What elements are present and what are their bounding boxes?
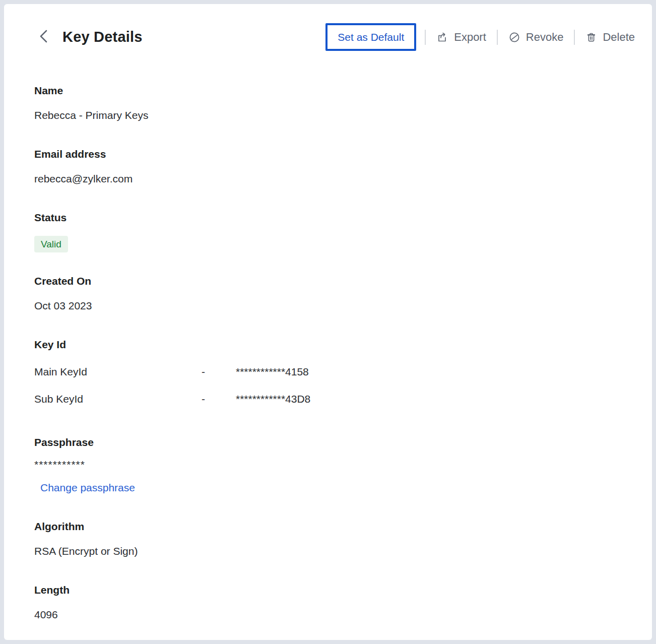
delete-label: Delete xyxy=(603,31,635,44)
set-as-default-button[interactable]: Set as Default xyxy=(325,23,416,51)
status-badge: Valid xyxy=(34,236,68,252)
field-created-on: Created On Oct 03 2023 xyxy=(34,275,632,312)
toolbar-separator xyxy=(497,30,498,45)
algorithm-label: Algorithm xyxy=(34,520,632,533)
revoke-button[interactable]: Revoke xyxy=(506,28,566,47)
field-email: Email address rebecca@zylker.com xyxy=(34,148,632,185)
algorithm-value: RSA (Encrypt or Sign) xyxy=(34,545,632,558)
sub-key-id-row: Sub KeyId - ************43D8 xyxy=(34,393,632,406)
export-button[interactable]: Export xyxy=(434,28,488,47)
toolbar-separator xyxy=(425,30,426,45)
sub-key-id-value: ************43D8 xyxy=(236,393,310,406)
field-status: Status Valid xyxy=(34,211,632,252)
field-length: Length 4096 xyxy=(34,584,632,621)
chevron-left-icon xyxy=(38,29,49,46)
email-label: Email address xyxy=(34,148,632,161)
key-details-content: Name Rebecca - Primary Keys Email addres… xyxy=(4,51,652,621)
header-actions: Set as Default Export xyxy=(325,23,637,51)
revoke-label: Revoke xyxy=(526,31,564,44)
delete-button[interactable]: Delete xyxy=(583,28,637,47)
field-name: Name Rebecca - Primary Keys xyxy=(34,84,632,122)
key-id-label: Key Id xyxy=(34,338,632,351)
length-label: Length xyxy=(34,584,632,597)
email-value: rebecca@zylker.com xyxy=(34,172,632,185)
toolbar-separator xyxy=(574,30,575,45)
field-algorithm: Algorithm RSA (Encrypt or Sign) xyxy=(34,520,632,558)
field-key-id: Key Id Main KeyId - ************4158 Sub… xyxy=(34,338,632,406)
header: Key Details Set as Default Export xyxy=(4,4,652,51)
sub-key-id-dash: - xyxy=(202,393,236,406)
created-on-value: Oct 03 2023 xyxy=(34,299,632,312)
status-label: Status xyxy=(34,211,632,224)
back-button[interactable] xyxy=(35,29,52,46)
export-label: Export xyxy=(454,31,486,44)
key-details-card: Key Details Set as Default Export xyxy=(4,4,652,640)
main-key-id-dash: - xyxy=(202,365,236,378)
name-label: Name xyxy=(34,84,632,97)
passphrase-label: Passphrase xyxy=(34,436,632,449)
main-key-id-label: Main KeyId xyxy=(34,365,202,378)
revoke-ban-icon xyxy=(508,31,520,43)
change-passphrase-link[interactable]: Change passphrase xyxy=(40,481,135,494)
length-value: 4096 xyxy=(34,608,632,621)
sub-key-id-label: Sub KeyId xyxy=(34,393,202,406)
created-on-label: Created On xyxy=(34,275,632,288)
page-title: Key Details xyxy=(62,29,143,45)
name-value: Rebecca - Primary Keys xyxy=(34,109,632,122)
export-icon xyxy=(436,31,448,43)
field-passphrase: Passphrase *********** Change passphrase xyxy=(34,436,632,494)
main-key-id-value: ************4158 xyxy=(236,365,309,378)
main-key-id-row: Main KeyId - ************4158 xyxy=(34,365,632,378)
trash-icon xyxy=(585,31,597,43)
passphrase-masked-value: *********** xyxy=(34,458,632,471)
